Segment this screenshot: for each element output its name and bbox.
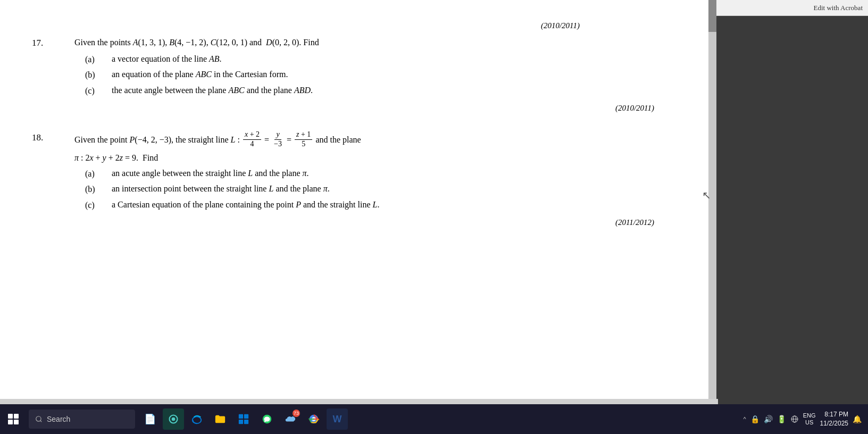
tray-notification-icon[interactable]: 🔔 — [853, 415, 862, 423]
q18-part-c: (c) a Cartesian equation of the plane co… — [85, 198, 686, 212]
q17-b-text: an equation of the plane ABC in the Cart… — [112, 68, 288, 82]
tray-battery-icon[interactable]: 🔋 — [777, 415, 786, 423]
q18-frac1: x + 2 4 — [243, 130, 261, 149]
svg-point-4 — [36, 416, 41, 421]
tray-chevron[interactable]: ^ — [744, 416, 746, 422]
q18-frac1-den: 4 — [248, 140, 255, 149]
q18-intro-p2: and the plane — [313, 133, 361, 147]
taskbar-app-icons: 📄 — [139, 408, 348, 430]
lens-icon — [168, 414, 179, 424]
q18-frac3-den: 5 — [300, 140, 307, 149]
cloud-badge: 73 — [293, 410, 300, 417]
question-18: 18. Given the point P(−4, 2, −3), the st… — [32, 130, 686, 229]
file-icon-symbol: 📄 — [144, 413, 156, 425]
q18-subparts: (a) an acute angle between the straight … — [85, 167, 686, 212]
q18-year-ref: (2011/2012) — [74, 216, 686, 229]
q17-a-label: (a) — [85, 53, 112, 66]
svg-rect-3 — [14, 420, 19, 424]
edge-icon — [191, 413, 203, 425]
search-icon — [35, 415, 43, 423]
q18-intro-p1: Given the point P(−4, 2, −3), the straig… — [74, 133, 242, 147]
bottom-scroll[interactable] — [0, 399, 718, 404]
start-button[interactable] — [0, 404, 27, 434]
lang-main: ENG — [803, 412, 816, 419]
language-indicator[interactable]: ENG US — [803, 412, 816, 426]
q17-year-text: (2010/2011) — [615, 104, 654, 112]
q18-frac2: y −3 — [272, 130, 283, 149]
q17-number: 17. — [32, 36, 74, 114]
svg-line-5 — [40, 421, 42, 422]
question-17: 17. Given the points A(1, 3, 1), B(4, −1… — [32, 36, 686, 114]
q17-body: Given the points A(1, 3, 1), B(4, −1, 2)… — [74, 36, 686, 114]
word-icon-letter: W — [333, 414, 342, 425]
top-year-ref: (2010/2011) — [32, 21, 686, 30]
chrome-icon — [308, 413, 320, 425]
lang-sub: US — [805, 419, 813, 426]
q18-pi-text: π : 2x + y + 2z = 9. Find — [74, 151, 158, 165]
windows-icon — [7, 413, 20, 425]
q18-eq1: = — [262, 133, 271, 147]
q18-frac2-num: y — [274, 130, 281, 140]
q18-pi-line: π : 2x + y + 2z = 9. Find — [74, 151, 686, 165]
q18-frac3-num: z + 1 — [295, 130, 312, 140]
system-tray: ^ 🔒 🔊 🔋 ENG US 8:17 PM 11/2/2025 🔔 — [744, 410, 868, 428]
q18-year-text: (2011/2012) — [615, 218, 654, 227]
q18-a-text: an acute angle between the straight line… — [112, 167, 309, 181]
svg-rect-10 — [244, 414, 248, 419]
acrobat-label: Edit with Acrobat — [814, 4, 863, 12]
taskbar-icon-grid[interactable] — [233, 408, 254, 430]
q18-b-text: an intersection point between the straig… — [112, 182, 330, 196]
svg-rect-11 — [239, 420, 243, 424]
q17-a-text: a vector equation of the line AB. — [112, 53, 222, 66]
taskbar: Search 📄 — [0, 404, 868, 434]
document-content: (2010/2011) 17. Given the points A(1, 3,… — [0, 0, 718, 404]
q18-body: Given the point P(−4, 2, −3), the straig… — [74, 130, 686, 229]
q18-c-text: a Cartesian equation of the plane contai… — [112, 198, 379, 212]
q17-subparts: (a) a vector equation of the line AB. (b… — [85, 53, 686, 98]
taskbar-icon-messaging[interactable] — [256, 408, 278, 430]
q18-frac1-num: x + 2 — [243, 130, 261, 140]
q18-eq2: = — [285, 133, 294, 147]
q17-c-text: the acute angle between the plane ABC an… — [112, 84, 313, 98]
q18-frac2-den: −3 — [272, 140, 283, 149]
taskbar-icon-file[interactable]: 📄 — [139, 408, 161, 430]
q18-part-a: (a) an acute angle between the straight … — [85, 167, 686, 181]
taskbar-icon-cloud[interactable]: 73 — [280, 408, 301, 430]
q17-intro: Given the points A(1, 3, 1), B(4, −1, 2)… — [74, 36, 686, 49]
q17-year-ref: (2010/2011) — [74, 102, 686, 114]
q18-c-label: (c) — [85, 198, 112, 212]
q17-part-b: (b) an equation of the plane ABC in the … — [85, 68, 686, 82]
svg-point-7 — [172, 418, 176, 421]
taskbar-icon-chrome[interactable] — [303, 408, 324, 430]
q18-number: 18. — [32, 130, 74, 229]
q18-b-label: (b) — [85, 182, 112, 196]
taskbar-icon-word[interactable]: W — [327, 408, 348, 430]
q18-part-b: (b) an intersection point between the st… — [85, 182, 686, 196]
taskbar-icon-lens[interactable] — [163, 408, 184, 430]
q17-b-label: (b) — [85, 68, 112, 82]
svg-rect-9 — [239, 414, 243, 419]
tray-globe-icon[interactable] — [790, 415, 799, 423]
q18-a-label: (a) — [85, 167, 112, 181]
document-area: (2010/2011) 17. Given the points A(1, 3,… — [0, 0, 718, 404]
taskbar-icon-folder[interactable] — [210, 408, 231, 430]
q17-part-c: (c) the acute angle between the plane AB… — [85, 84, 686, 98]
clock[interactable]: 8:17 PM 11/2/2025 — [820, 410, 848, 428]
folder-icon — [214, 413, 226, 425]
clock-date: 11/2/2025 — [820, 419, 848, 428]
grid-icon — [238, 413, 249, 425]
q18-frac3: z + 1 5 — [295, 130, 312, 149]
taskbar-icon-edge[interactable] — [186, 408, 207, 430]
svg-rect-12 — [244, 420, 248, 424]
search-bar[interactable]: Search — [29, 410, 135, 429]
tray-network-icon[interactable]: 🔒 — [750, 415, 760, 423]
clock-time: 8:17 PM — [824, 410, 848, 419]
search-bar-label: Search — [47, 415, 70, 423]
tray-volume-icon[interactable]: 🔊 — [764, 415, 773, 423]
acrobat-bar[interactable]: Edit with Acrobat — [716, 0, 868, 16]
q17-c-label: (c) — [85, 84, 112, 98]
q17-part-a: (a) a vector equation of the line AB. — [85, 53, 686, 66]
right-panel — [716, 0, 868, 404]
message-icon — [261, 413, 273, 425]
svg-rect-1 — [14, 414, 19, 419]
